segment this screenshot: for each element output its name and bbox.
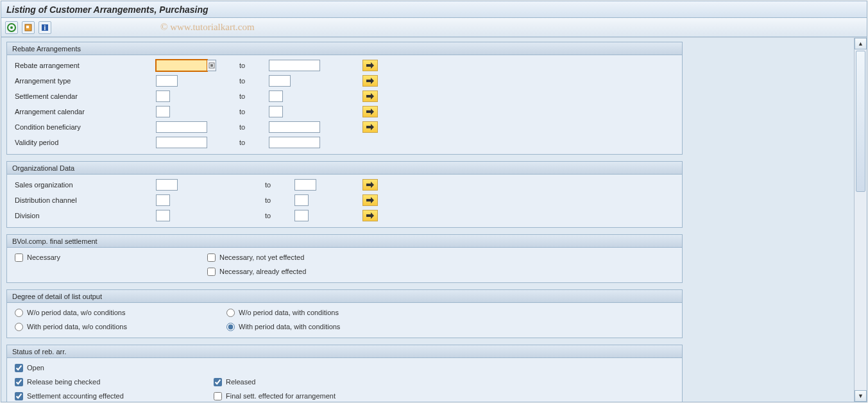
input-dist-channel-from[interactable] <box>156 194 170 206</box>
checkbox-necessary-already[interactable] <box>207 268 216 276</box>
label-condition-beneficiary: Condition beneficiary <box>11 123 156 131</box>
multiple-selection-button[interactable] <box>362 121 378 133</box>
group-degree-detail: Degree of detail of list output W/o peri… <box>6 289 683 338</box>
checkbox-settlement-accounting[interactable] <box>15 392 23 400</box>
input-sales-org-from[interactable] <box>156 179 178 191</box>
toolbar: i © www.tutorialkart.com <box>1 18 867 37</box>
multiple-selection-button[interactable] <box>362 179 378 191</box>
page-title: Listing of Customer Arrangements, Purcha… <box>1 1 867 18</box>
label-to: to <box>265 196 294 204</box>
label-necessary-not-yet: Necessary, not yet effected <box>219 253 304 261</box>
label-wo-wo: W/o period data, w/o conditions <box>27 309 125 316</box>
label-validity-period: Validity period <box>11 139 156 146</box>
radio-with-period-with-cond[interactable] <box>226 323 235 331</box>
input-division-from[interactable] <box>156 210 170 221</box>
label-to: to <box>265 212 294 219</box>
label-division: Division <box>11 212 156 219</box>
input-validity-period-to[interactable] <box>269 137 320 148</box>
radio-wo-period-with-cond[interactable] <box>226 309 235 317</box>
label-arrangement-calendar: Arrangement calendar <box>11 108 156 116</box>
label-to: to <box>239 108 269 116</box>
label-open: Open <box>27 364 44 372</box>
input-settlement-calendar-to[interactable] <box>269 90 283 102</box>
input-sales-org-to[interactable] <box>294 179 316 191</box>
multiple-selection-button[interactable] <box>362 210 378 221</box>
label-wo-with: W/o period data, with conditions <box>239 309 339 316</box>
label-to: to <box>239 139 269 146</box>
execute-button[interactable] <box>5 21 18 34</box>
checkbox-necessary[interactable] <box>15 253 23 262</box>
input-arrangement-type-from[interactable] <box>156 75 178 87</box>
label-dist-channel: Distribution channel <box>11 196 156 204</box>
label-final-settlement: Final sett. effected for arrangement <box>226 392 336 400</box>
label-released: Released <box>226 378 255 386</box>
input-division-to[interactable] <box>294 210 309 221</box>
svg-text:i: i <box>44 24 46 31</box>
radio-wo-period-wo-cond[interactable] <box>15 309 23 317</box>
radio-with-period-wo-cond[interactable] <box>15 323 23 331</box>
label-to: to <box>239 123 269 131</box>
group-bvol-comp: BVol.comp. final settlement Necessary Ne… <box>6 234 683 283</box>
svg-point-1 <box>10 26 13 29</box>
f4-help-icon[interactable] <box>207 60 216 71</box>
label-rebate-arrangement: Rebate arrangement <box>11 62 156 69</box>
multiple-selection-button[interactable] <box>362 194 378 206</box>
input-rebate-arrangement-from[interactable] <box>156 60 207 71</box>
vertical-scrollbar[interactable]: ▲ ▼ <box>854 38 867 402</box>
label-sales-org: Sales organization <box>11 181 156 189</box>
input-validity-period-from[interactable] <box>156 137 207 148</box>
group-header-status: Status of reb. arr. <box>7 345 682 358</box>
label-to: to <box>265 181 294 189</box>
label-arrangement-type: Arrangement type <box>11 77 156 85</box>
svg-rect-7 <box>210 64 213 67</box>
group-rebate-arrangements: Rebate Arrangements Rebate arrangement t… <box>6 42 683 155</box>
multiple-selection-button[interactable] <box>362 75 378 87</box>
label-with-wo: With period data, w/o conditions <box>27 323 127 330</box>
input-rebate-arrangement-to[interactable] <box>269 60 320 71</box>
get-variant-button[interactable] <box>22 21 35 34</box>
input-condition-beneficiary-to[interactable] <box>269 121 320 133</box>
label-release-check: Release being checked <box>27 378 100 386</box>
multiple-selection-button[interactable] <box>362 106 378 117</box>
svg-rect-3 <box>26 26 29 28</box>
input-condition-beneficiary-from[interactable] <box>156 121 207 133</box>
input-settlement-calendar-from[interactable] <box>156 90 170 102</box>
input-dist-channel-to[interactable] <box>294 194 309 206</box>
label-with-with: With period data, with conditions <box>239 323 340 330</box>
checkbox-necessary-not-yet[interactable] <box>207 253 216 262</box>
checkbox-final-settlement[interactable] <box>214 392 222 400</box>
checkbox-open[interactable] <box>15 364 23 372</box>
group-status-reb-arr: Status of reb. arr. Open Release being c… <box>6 345 683 402</box>
scroll-track[interactable] <box>855 49 867 390</box>
input-arrangement-calendar-from[interactable] <box>156 106 170 117</box>
label-to: to <box>239 92 269 100</box>
multiple-selection-button[interactable] <box>362 90 378 102</box>
label-settlement-calendar: Settlement calendar <box>11 92 156 100</box>
scroll-thumb[interactable] <box>856 51 865 192</box>
checkbox-released[interactable] <box>214 378 222 386</box>
label-settlement-accounting: Settlement accounting effected <box>27 392 124 400</box>
group-header-rebate: Rebate Arrangements <box>7 42 682 55</box>
scroll-up-button[interactable]: ▲ <box>855 38 867 49</box>
group-header-org: Organizational Data <box>7 162 682 175</box>
group-organizational-data: Organizational Data Sales organization t… <box>6 161 683 228</box>
label-necessary: Necessary <box>27 253 60 261</box>
group-header-bvol: BVol.comp. final settlement <box>7 235 682 248</box>
scroll-down-button[interactable]: ▼ <box>855 390 867 402</box>
input-arrangement-type-to[interactable] <box>269 75 291 87</box>
label-necessary-already: Necessary, already effected <box>219 268 306 275</box>
info-button[interactable]: i <box>38 21 51 34</box>
multiple-selection-button[interactable] <box>362 60 378 71</box>
watermark: © www.tutorialkart.com <box>160 22 255 33</box>
group-header-detail: Degree of detail of list output <box>7 290 682 303</box>
label-to: to <box>239 62 269 69</box>
checkbox-release-checked[interactable] <box>15 378 23 386</box>
label-to: to <box>239 77 269 85</box>
input-arrangement-calendar-to[interactable] <box>269 106 283 117</box>
